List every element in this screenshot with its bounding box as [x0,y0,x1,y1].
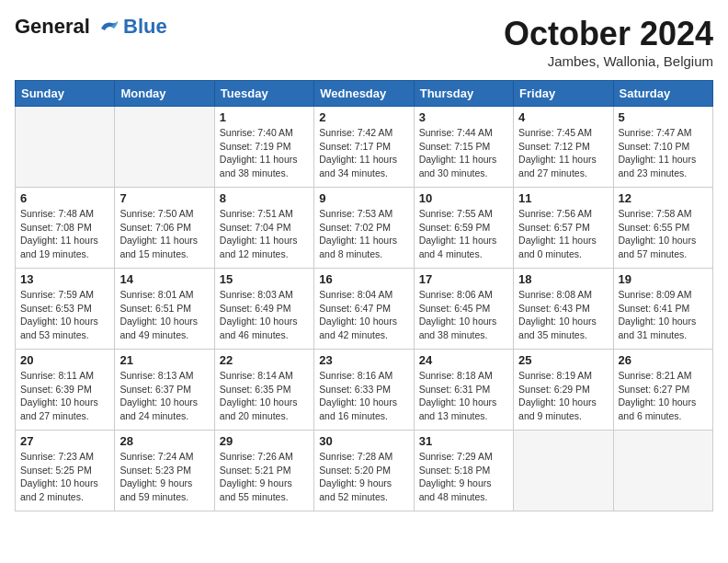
calendar-row: 6Sunrise: 7:48 AMSunset: 7:08 PMDaylight… [16,188,713,269]
calendar-cell: 10Sunrise: 7:55 AMSunset: 6:59 PMDayligh… [414,188,513,269]
day-number: 22 [220,353,309,367]
day-info: Sunrise: 7:24 AMSunset: 5:23 PMDaylight:… [119,450,209,504]
day-number: 14 [119,272,209,286]
day-number: 7 [119,191,209,205]
weekday-header-row: SundayMondayTuesdayWednesdayThursdayFrid… [16,81,713,107]
day-number: 27 [20,434,109,448]
calendar-cell: 25Sunrise: 8:19 AMSunset: 6:29 PMDayligh… [514,350,613,431]
calendar-table: SundayMondayTuesdayWednesdayThursdayFrid… [15,80,713,511]
day-number: 4 [518,110,608,124]
calendar-cell: 7Sunrise: 7:50 AMSunset: 7:06 PMDaylight… [115,188,214,269]
day-info: Sunrise: 7:53 AMSunset: 7:02 PMDaylight:… [319,207,408,261]
day-info: Sunrise: 8:21 AMSunset: 6:27 PMDaylight:… [619,369,708,423]
weekday-header: Friday [514,81,613,107]
calendar-cell: 24Sunrise: 8:18 AMSunset: 6:31 PMDayligh… [414,350,513,431]
calendar-cell: 18Sunrise: 8:08 AMSunset: 6:43 PMDayligh… [514,269,613,350]
day-info: Sunrise: 7:58 AMSunset: 6:55 PMDaylight:… [619,207,708,261]
calendar-cell [514,431,613,511]
title-area: October 2024 Jambes, Wallonia, Belgium [504,15,713,69]
calendar-cell: 3Sunrise: 7:44 AMSunset: 7:15 PMDaylight… [414,107,513,188]
day-number: 24 [419,353,508,367]
day-info: Sunrise: 8:08 AMSunset: 6:43 PMDaylight:… [518,288,608,342]
weekday-header: Wednesday [314,81,414,107]
day-info: Sunrise: 8:14 AMSunset: 6:35 PMDaylight:… [220,369,309,423]
day-number: 10 [419,191,508,205]
day-info: Sunrise: 7:29 AMSunset: 5:18 PMDaylight:… [419,450,508,504]
calendar-row: 20Sunrise: 8:11 AMSunset: 6:39 PMDayligh… [16,350,713,431]
calendar-cell: 8Sunrise: 7:51 AMSunset: 7:04 PMDaylight… [214,188,313,269]
calendar-cell: 28Sunrise: 7:24 AMSunset: 5:23 PMDayligh… [115,431,214,511]
day-info: Sunrise: 8:03 AMSunset: 6:49 PMDaylight:… [220,288,309,342]
calendar-cell: 17Sunrise: 8:06 AMSunset: 6:45 PMDayligh… [414,269,513,350]
day-number: 2 [319,110,408,124]
calendar-cell: 12Sunrise: 7:58 AMSunset: 6:55 PMDayligh… [613,188,712,269]
day-number: 1 [220,110,309,124]
day-info: Sunrise: 8:09 AMSunset: 6:41 PMDaylight:… [619,288,708,342]
day-number: 9 [319,191,408,205]
day-info: Sunrise: 8:06 AMSunset: 6:45 PMDaylight:… [419,288,508,342]
day-number: 5 [619,110,708,124]
day-number: 19 [619,272,708,286]
logo: General Blue [15,15,167,39]
logo-general: General [15,15,90,38]
day-number: 12 [619,191,708,205]
day-number: 3 [419,110,508,124]
day-number: 29 [220,434,309,448]
day-info: Sunrise: 8:11 AMSunset: 6:39 PMDaylight:… [20,369,109,423]
day-info: Sunrise: 7:45 AMSunset: 7:12 PMDaylight:… [518,126,608,180]
calendar-cell: 4Sunrise: 7:45 AMSunset: 7:12 PMDaylight… [514,107,613,188]
day-number: 18 [518,272,608,286]
day-info: Sunrise: 7:47 AMSunset: 7:10 PMDaylight:… [619,126,708,180]
calendar-cell: 11Sunrise: 7:56 AMSunset: 6:57 PMDayligh… [514,188,613,269]
month-title: October 2024 [504,15,713,53]
calendar-cell: 6Sunrise: 7:48 AMSunset: 7:08 PMDaylight… [16,188,115,269]
calendar-cell: 16Sunrise: 8:04 AMSunset: 6:47 PMDayligh… [314,269,414,350]
weekday-header: Saturday [613,81,712,107]
calendar-cell [16,107,115,188]
day-info: Sunrise: 8:04 AMSunset: 6:47 PMDaylight:… [319,288,408,342]
calendar-cell: 29Sunrise: 7:26 AMSunset: 5:21 PMDayligh… [214,431,313,511]
day-number: 20 [20,353,109,367]
calendar-cell: 9Sunrise: 7:53 AMSunset: 7:02 PMDaylight… [314,188,414,269]
day-info: Sunrise: 8:19 AMSunset: 6:29 PMDaylight:… [518,369,608,423]
calendar-cell: 20Sunrise: 8:11 AMSunset: 6:39 PMDayligh… [16,350,115,431]
day-info: Sunrise: 7:48 AMSunset: 7:08 PMDaylight:… [20,207,109,261]
day-number: 17 [419,272,508,286]
calendar-cell: 31Sunrise: 7:29 AMSunset: 5:18 PMDayligh… [414,431,513,511]
day-info: Sunrise: 8:13 AMSunset: 6:37 PMDaylight:… [119,369,209,423]
calendar-row: 13Sunrise: 7:59 AMSunset: 6:53 PMDayligh… [16,269,713,350]
calendar-cell: 23Sunrise: 8:16 AMSunset: 6:33 PMDayligh… [314,350,414,431]
day-number: 11 [518,191,608,205]
day-number: 13 [20,272,109,286]
calendar-cell: 13Sunrise: 7:59 AMSunset: 6:53 PMDayligh… [16,269,115,350]
day-info: Sunrise: 8:01 AMSunset: 6:51 PMDaylight:… [119,288,209,342]
day-number: 28 [119,434,209,448]
day-info: Sunrise: 7:28 AMSunset: 5:20 PMDaylight:… [319,450,408,504]
day-info: Sunrise: 7:50 AMSunset: 7:06 PMDaylight:… [119,207,209,261]
calendar-cell [115,107,214,188]
day-info: Sunrise: 8:18 AMSunset: 6:31 PMDaylight:… [419,369,508,423]
day-number: 6 [20,191,109,205]
day-info: Sunrise: 7:40 AMSunset: 7:19 PMDaylight:… [220,126,309,180]
calendar-cell: 2Sunrise: 7:42 AMSunset: 7:17 PMDaylight… [314,107,414,188]
location: Jambes, Wallonia, Belgium [504,53,713,69]
day-number: 30 [319,434,408,448]
weekday-header: Thursday [414,81,513,107]
day-info: Sunrise: 7:42 AMSunset: 7:17 PMDaylight:… [319,126,408,180]
logo-bird-icon [97,17,121,38]
day-info: Sunrise: 7:26 AMSunset: 5:21 PMDaylight:… [220,450,309,504]
day-info: Sunrise: 7:51 AMSunset: 7:04 PMDaylight:… [220,207,309,261]
day-number: 15 [220,272,309,286]
day-info: Sunrise: 7:59 AMSunset: 6:53 PMDaylight:… [20,288,109,342]
page-header: General Blue October 2024 Jambes, Wallon… [15,15,713,69]
day-info: Sunrise: 7:44 AMSunset: 7:15 PMDaylight:… [419,126,508,180]
weekday-header: Tuesday [214,81,313,107]
day-number: 25 [518,353,608,367]
calendar-cell [613,431,712,511]
day-number: 8 [220,191,309,205]
day-number: 26 [619,353,708,367]
weekday-header: Monday [115,81,214,107]
calendar-row: 27Sunrise: 7:23 AMSunset: 5:25 PMDayligh… [16,431,713,511]
calendar-row: 1Sunrise: 7:40 AMSunset: 7:19 PMDaylight… [16,107,713,188]
calendar-cell: 21Sunrise: 8:13 AMSunset: 6:37 PMDayligh… [115,350,214,431]
